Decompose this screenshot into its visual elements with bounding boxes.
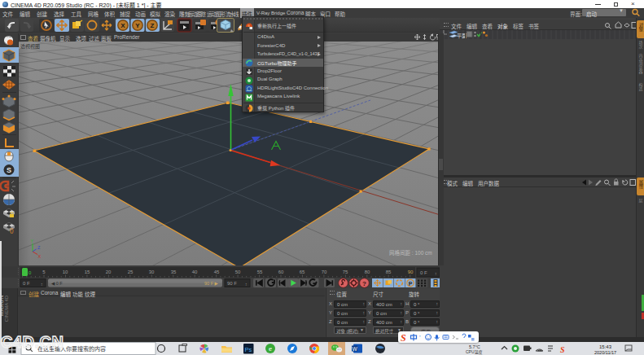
svg-text:’: ’ — [419, 335, 421, 340]
svg-text:W: W — [352, 346, 357, 352]
svg-text:Ps: Ps — [245, 346, 252, 353]
svg-text:90 F ▶: 90 F ▶ — [204, 281, 219, 286]
svg-text:35: 35 — [171, 270, 177, 274]
svg-text:65: 65 — [300, 270, 305, 274]
svg-text:S: S — [560, 345, 565, 354]
svg-text:80: 80 — [365, 270, 370, 274]
svg-text:15: 15 — [85, 270, 90, 274]
svg-text:CPU温度: CPU温度 — [466, 349, 483, 355]
svg-text:10: 10 — [63, 270, 68, 274]
svg-text:25: 25 — [128, 270, 134, 274]
svg-text:75: 75 — [343, 270, 348, 274]
svg-text:Y: Y — [135, 22, 140, 29]
svg-text:X: X — [38, 254, 42, 259]
svg-text:90 F: 90 F — [227, 281, 237, 286]
svg-text:30: 30 — [149, 270, 155, 274]
svg-text:Y: Y — [31, 239, 34, 243]
svg-text:20: 20 — [106, 270, 112, 274]
svg-text:(): () — [10, 227, 14, 234]
svg-text:◀ 0 F: ◀ 0 F — [51, 281, 63, 286]
svg-text:?: ? — [362, 280, 366, 287]
svg-text:X: X — [120, 22, 125, 29]
svg-text:P: P — [409, 281, 413, 287]
svg-text:85: 85 — [386, 270, 392, 274]
svg-text:45: 45 — [214, 270, 220, 274]
svg-text:网格间距 : 100 cm: 网格间距 : 100 cm — [389, 249, 432, 256]
svg-text:↕: ↕ — [435, 271, 437, 276]
svg-text:S: S — [401, 332, 406, 344]
svg-text:60: 60 — [278, 270, 284, 274]
svg-text:50: 50 — [235, 270, 241, 274]
svg-text:2020/11/17: 2020/11/17 — [594, 350, 616, 355]
svg-text:↕: ↕ — [41, 282, 43, 287]
svg-text:70: 70 — [322, 270, 327, 274]
svg-text:15:43: 15:43 — [599, 344, 612, 349]
svg-text:0 F: 0 F — [23, 281, 30, 286]
svg-text:55: 55 — [257, 270, 263, 274]
svg-text:Z: Z — [151, 22, 155, 29]
svg-text:透视视图: 透视视图 — [20, 43, 40, 50]
svg-text:0 F: 0 F — [420, 270, 427, 275]
svg-text:40: 40 — [192, 270, 198, 274]
svg-text:90: 90 — [408, 270, 414, 274]
svg-text:↕: ↕ — [245, 282, 248, 287]
svg-text:S: S — [7, 166, 11, 174]
svg-text:e: e — [269, 344, 272, 353]
